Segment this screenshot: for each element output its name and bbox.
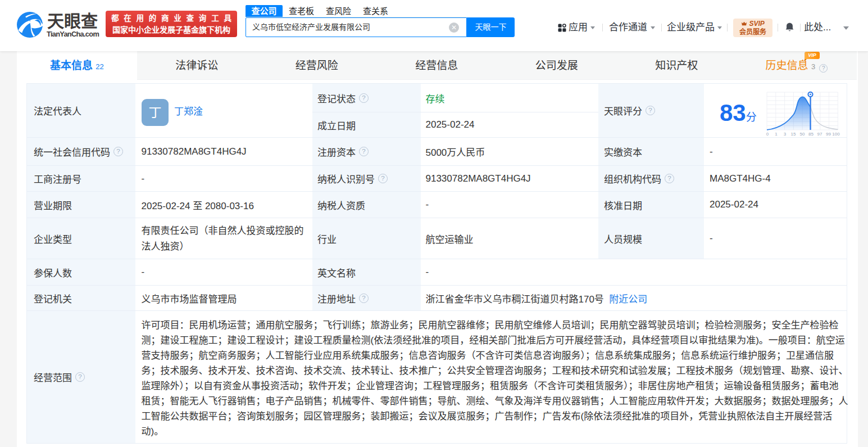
- svg-text:100: 100: [832, 132, 840, 137]
- svg-text:97: 97: [817, 132, 822, 137]
- svg-text:15: 15: [791, 132, 796, 137]
- svg-text:50: 50: [800, 132, 805, 137]
- svg-text:1: 1: [775, 132, 778, 137]
- svg-text:85: 85: [808, 132, 814, 137]
- svg-text:3: 3: [784, 132, 787, 137]
- svg-text:0: 0: [766, 132, 769, 137]
- svg-text:99: 99: [826, 132, 831, 137]
